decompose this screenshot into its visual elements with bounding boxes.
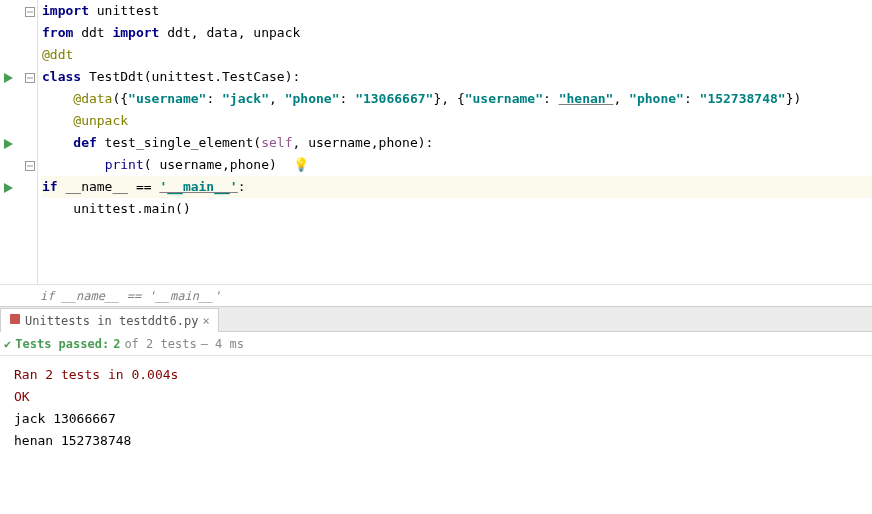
fold-icon[interactable] [25,159,35,169]
code-line[interactable]: import unittest [42,0,872,22]
test-config-icon [9,313,21,328]
console-summary: Ran 2 tests in 0.004s [14,364,858,386]
console-output[interactable]: Ran 2 tests in 0.004s OK jack 13066667 h… [0,356,872,460]
code-line[interactable]: print( username,phone)💡 [42,154,872,176]
lightbulb-icon[interactable]: 💡 [293,154,309,176]
test-status-bar: ✔ Tests passed: 2 of 2 tests – 4 ms [0,332,872,356]
fold-icon[interactable] [25,5,35,15]
code-line[interactable]: unittest.main() [42,198,872,220]
console-line: jack 13066667 [14,408,858,430]
fold-icon[interactable] [25,71,35,81]
run-icon[interactable] [2,72,14,84]
tests-passed-count: 2 [113,332,120,356]
code-line[interactable]: def test_single_element(self, username,p… [42,132,872,154]
tests-timing: – 4 ms [201,332,244,356]
run-tab-bar: Unittests in testddt6.py × [0,306,872,332]
close-icon[interactable]: × [202,314,209,328]
console-ok: OK [14,386,858,408]
tab-label: Unittests in testddt6.py [25,314,198,328]
check-icon: ✔ [4,332,11,356]
svg-marker-0 [4,73,13,83]
run-tab[interactable]: Unittests in testddt6.py × [0,308,219,332]
code-line[interactable]: if __name__ == '__main__': [42,176,872,198]
tests-total: of 2 tests [124,332,196,356]
code-line[interactable]: @data({"username": "jack", "phone": "130… [42,88,872,110]
code-line[interactable]: from ddt import ddt, data, unpack [42,22,872,44]
code-line[interactable]: @unpack [42,110,872,132]
gutter [0,0,38,284]
breadcrumb[interactable]: if __name__ == '__main__' [0,284,872,306]
code-area[interactable]: import unittest from ddt import ddt, dat… [38,0,872,284]
run-icon[interactable] [2,138,14,150]
svg-marker-2 [4,183,13,193]
code-line[interactable]: @ddt [42,44,872,66]
tests-passed-label: Tests passed: [15,332,109,356]
code-line[interactable]: class TestDdt(unittest.TestCase): [42,66,872,88]
svg-marker-1 [4,139,13,149]
console-line: henan 152738748 [14,430,858,452]
code-editor[interactable]: import unittest from ddt import ddt, dat… [0,0,872,284]
svg-rect-9 [10,314,20,324]
run-icon[interactable] [2,182,14,194]
